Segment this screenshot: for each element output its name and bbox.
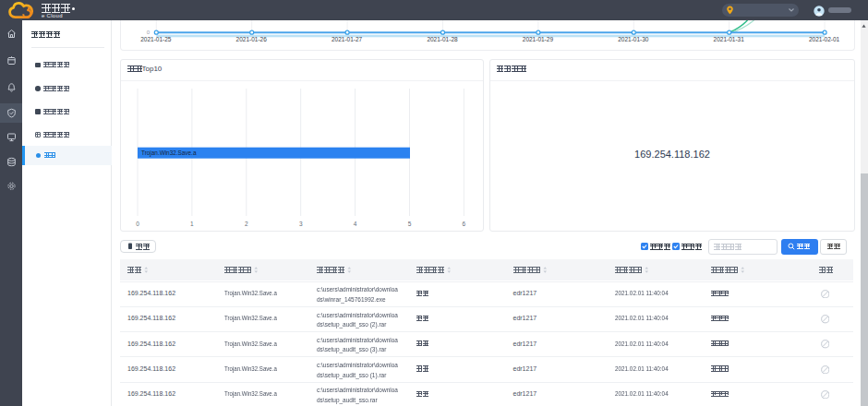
svg-text:1: 1: [190, 220, 194, 226]
svg-text:5: 5: [407, 220, 411, 226]
svg-text:2: 2: [244, 220, 247, 226]
svg-text:3: 3: [298, 220, 302, 226]
svg-text:0: 0: [136, 220, 139, 226]
svg-text:6: 6: [462, 220, 465, 226]
svg-text:4: 4: [353, 220, 356, 226]
svg-text:Trojan.Win32.Save.a: Trojan.Win32.Save.a: [141, 149, 197, 157]
